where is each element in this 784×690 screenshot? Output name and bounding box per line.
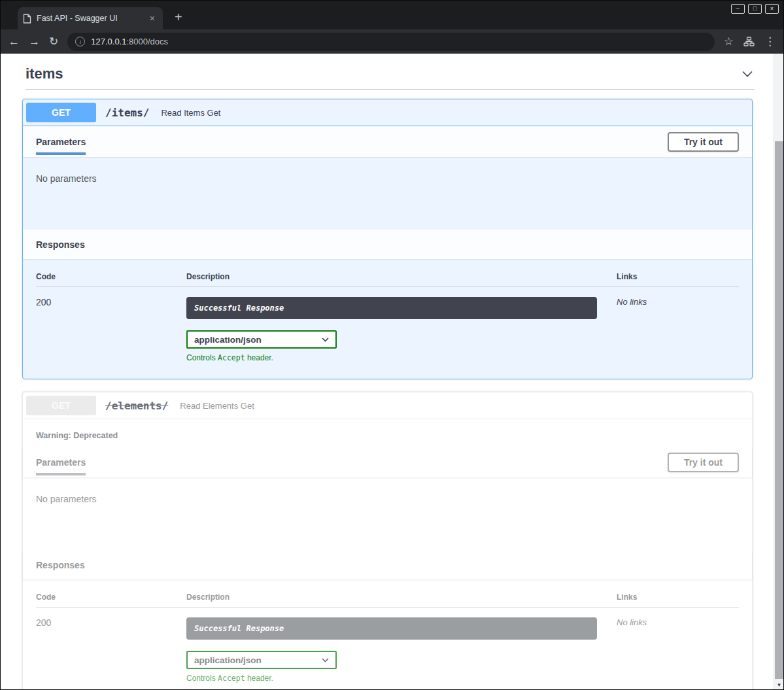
response-description: Successful Response: [186, 617, 597, 640]
links-column-header: Links: [617, 272, 739, 287]
menu-kebab-icon[interactable]: ⋮: [764, 36, 775, 47]
media-type-value: application/json: [194, 335, 262, 345]
scrollbar-track[interactable]: ▾: [774, 54, 783, 689]
chevron-down-icon[interactable]: [740, 67, 755, 81]
swagger-page: items GET /items/ Read Items Get Paramet…: [1, 54, 783, 689]
opblock-get-items: GET /items/ Read Items Get Parameters Tr…: [22, 99, 753, 379]
media-type-select[interactable]: application/json: [186, 651, 337, 669]
tag-section-header[interactable]: items: [26, 65, 755, 90]
media-type-value: application/json: [194, 655, 262, 665]
scroll-down-arrow-icon[interactable]: ▾: [774, 680, 783, 689]
browser-tab[interactable]: Fast API - Swagger UI ×: [18, 7, 163, 29]
opblock-get-elements-deprecated: GET /elements/ Read Elements Get Warning…: [22, 392, 753, 689]
back-icon[interactable]: ←: [9, 36, 20, 47]
minimize-button[interactable]: –: [731, 4, 745, 14]
titlebar: Fast API - Swagger UI × + – □ ×: [1, 1, 783, 29]
new-tab-button[interactable]: +: [171, 9, 186, 25]
parameters-header: Parameters Try it out: [23, 447, 752, 477]
response-description-cell: Successful Response application/json Con…: [186, 297, 617, 362]
try-it-out-button[interactable]: Try it out: [668, 453, 739, 472]
parameters-tab[interactable]: Parameters: [36, 457, 86, 468]
responses-header: Responses: [23, 550, 752, 579]
accept-header-note: Controls Accept header.: [186, 674, 617, 683]
tab-close-icon[interactable]: ×: [147, 12, 158, 24]
response-links: No links: [617, 617, 739, 683]
description-column-header: Description: [186, 593, 617, 608]
parameters-header: Parameters Try it out: [23, 126, 752, 157]
browser-toolbar: ← → ↻ i 127.0.0.1:8000/docs ☆ ⋮: [1, 29, 783, 54]
toolbar-right: ☆ ⋮: [724, 36, 775, 47]
tab-title: Fast API - Swagger UI: [37, 14, 142, 23]
url-path: :8000/docs: [126, 37, 168, 46]
links-column-header: Links: [617, 593, 739, 608]
sites-icon[interactable]: [743, 37, 755, 46]
response-row: 200 Successful Response application/json…: [36, 608, 739, 683]
window-controls: – □ ×: [731, 4, 779, 14]
responses-table-head: Code Description Links: [36, 593, 739, 608]
tag-title: items: [26, 65, 63, 82]
responses-table: Code Description Links 200 Successful Re…: [23, 579, 752, 689]
no-parameters-text: No parameters: [36, 494, 739, 504]
method-badge: GET: [26, 396, 96, 415]
parameters-body: No parameters: [23, 477, 752, 550]
parameters-body: No parameters: [23, 157, 752, 230]
responses-title: Responses: [36, 560, 85, 570]
responses-title: Responses: [36, 239, 85, 250]
endpoint-summary: Read Elements Get: [175, 401, 254, 411]
forward-icon[interactable]: →: [29, 36, 40, 47]
scrollbar-thumb[interactable]: [775, 141, 783, 679]
responses-table: Code Description Links 200 Successful Re…: [23, 259, 752, 379]
url-host: 127.0.0.1: [91, 37, 126, 46]
no-parameters-text: No parameters: [36, 173, 739, 184]
url-text: 127.0.0.1:8000/docs: [91, 37, 168, 46]
code-column-header: Code: [36, 272, 186, 287]
bookmark-star-icon[interactable]: ☆: [724, 36, 734, 47]
responses-header: Responses: [23, 230, 752, 259]
endpoint-summary: Read Items Get: [156, 108, 220, 118]
response-code: 200: [36, 617, 186, 683]
response-code: 200: [36, 297, 186, 362]
endpoint-path: /items/: [96, 107, 156, 119]
browser-window: Fast API - Swagger UI × + – □ × ← → ↻ i …: [0, 0, 784, 690]
tab-strip: Fast API - Swagger UI × +: [1, 1, 783, 29]
close-button[interactable]: ×: [765, 4, 779, 14]
code-column-header: Code: [36, 593, 186, 608]
deprecated-warning: Warning: Deprecated: [23, 419, 752, 447]
response-row: 200 Successful Response application/json…: [36, 287, 739, 362]
accept-header-note: Controls Accept header.: [186, 353, 617, 362]
endpoint-path: /elements/: [96, 400, 175, 412]
response-description-cell: Successful Response application/json Con…: [186, 617, 617, 683]
response-links: No links: [617, 297, 739, 362]
media-type-select[interactable]: application/json: [186, 330, 337, 349]
select-chevron-icon: [322, 658, 329, 663]
method-badge: GET: [26, 103, 96, 122]
try-it-out-button[interactable]: Try it out: [668, 132, 739, 152]
opblock-summary[interactable]: GET /elements/ Read Elements Get: [23, 392, 752, 419]
response-description: Successful Response: [186, 297, 597, 319]
responses-table-head: Code Description Links: [36, 272, 739, 287]
description-column-header: Description: [186, 272, 617, 287]
address-bar[interactable]: i 127.0.0.1:8000/docs: [67, 33, 715, 51]
parameters-tab[interactable]: Parameters: [36, 137, 86, 147]
reload-icon[interactable]: ↻: [49, 36, 58, 47]
select-chevron-icon: [322, 337, 329, 342]
document-favicon-icon: [23, 14, 31, 24]
site-info-icon[interactable]: i: [75, 37, 85, 46]
opblock-summary[interactable]: GET /items/ Read Items Get: [23, 99, 752, 126]
maximize-button[interactable]: □: [748, 4, 762, 14]
